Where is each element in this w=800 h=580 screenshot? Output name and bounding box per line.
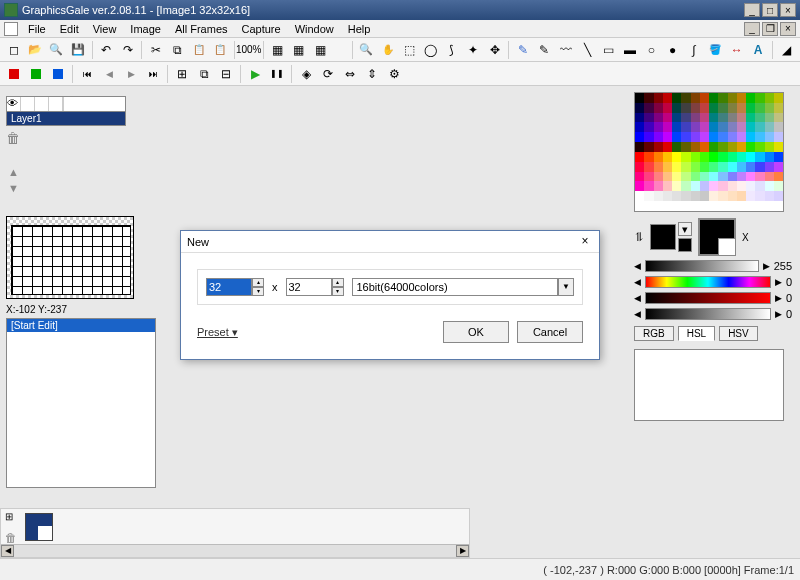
palette-cell[interactable] — [691, 142, 700, 152]
palette-cell[interactable] — [774, 191, 783, 201]
palette-cell[interactable] — [681, 172, 690, 182]
ellipse-icon[interactable] — [642, 40, 661, 60]
mdi-minimize-button[interactable]: _ — [744, 22, 760, 36]
menu-file[interactable]: File — [22, 21, 52, 37]
palette-cell[interactable] — [681, 181, 690, 191]
pause-icon[interactable] — [267, 64, 287, 84]
frame-scrollbar[interactable]: ◀ ▶ — [1, 544, 469, 557]
layer-down-icon[interactable]: ▼ — [8, 182, 19, 194]
layer-vis-icon[interactable]: 👁 — [7, 97, 21, 111]
palette-cell[interactable] — [644, 172, 653, 182]
palette-cell[interactable] — [718, 113, 727, 123]
palette-cell[interactable] — [709, 103, 718, 113]
palette-cell[interactable] — [728, 191, 737, 201]
palette-cell[interactable] — [663, 122, 672, 132]
palette-cell[interactable] — [728, 93, 737, 103]
palette-cell[interactable] — [718, 103, 727, 113]
palette-cell[interactable] — [672, 113, 681, 123]
palette-cell[interactable] — [755, 172, 764, 182]
palette-cell[interactable] — [718, 172, 727, 182]
chevron-down-icon[interactable]: ▼ — [558, 278, 574, 296]
palette-cell[interactable] — [728, 113, 737, 123]
tile-icon[interactable] — [310, 40, 329, 60]
lum-left-icon[interactable]: ◀ — [634, 309, 641, 319]
palette-cell[interactable] — [700, 152, 709, 162]
palette-cell[interactable] — [737, 132, 746, 142]
palette-cell[interactable] — [672, 132, 681, 142]
palette-cell[interactable] — [737, 152, 746, 162]
palette-cell[interactable] — [765, 103, 774, 113]
width-down-icon[interactable]: ▾ — [252, 287, 264, 296]
palette-cell[interactable] — [663, 201, 672, 211]
palette-cell[interactable] — [681, 132, 690, 142]
palette-cell[interactable] — [718, 132, 727, 142]
palette-cell[interactable] — [765, 162, 774, 172]
palette-cell[interactable] — [746, 201, 755, 211]
scroll-left-icon[interactable]: ◀ — [1, 545, 14, 557]
palette-cell[interactable] — [774, 172, 783, 182]
palette-cell[interactable] — [774, 103, 783, 113]
palette-cell[interactable] — [663, 103, 672, 113]
frame-props2-icon[interactable] — [26, 64, 46, 84]
palette-cell[interactable] — [765, 191, 774, 201]
palette-cell[interactable] — [700, 172, 709, 182]
paste-special-icon[interactable] — [210, 40, 229, 60]
preview-canvas[interactable] — [11, 225, 131, 295]
palette-cell[interactable] — [644, 93, 653, 103]
palette-cell[interactable] — [746, 132, 755, 142]
lum-right-icon[interactable]: ▶ — [775, 309, 782, 319]
palette-cell[interactable] — [755, 122, 764, 132]
connected-line-icon[interactable]: 〰 — [556, 40, 575, 60]
palette-cell[interactable] — [691, 181, 700, 191]
palette-cell[interactable] — [672, 122, 681, 132]
palette-cell[interactable] — [635, 201, 644, 211]
del-frame-icon[interactable]: ⊟ — [216, 64, 236, 84]
palette-cell[interactable] — [709, 142, 718, 152]
ok-button[interactable]: OK — [443, 321, 509, 343]
palette-cell[interactable] — [746, 103, 755, 113]
palette-cell[interactable] — [681, 93, 690, 103]
palette-cell[interactable] — [755, 152, 764, 162]
palette-cell[interactable] — [654, 152, 663, 162]
sat-right-icon[interactable]: ▶ — [775, 293, 782, 303]
fg-dropdown[interactable]: ▾ — [678, 222, 692, 236]
lasso-select-icon[interactable]: ⟆ — [442, 40, 461, 60]
palette-cell[interactable] — [691, 122, 700, 132]
palette-cell[interactable] — [765, 152, 774, 162]
swatch-library[interactable] — [634, 349, 784, 421]
spline-icon[interactable]: ∫ — [684, 40, 703, 60]
cut-icon[interactable] — [146, 40, 165, 60]
height-up-icon[interactable]: ▴ — [332, 278, 344, 287]
palette-cell[interactable] — [681, 201, 690, 211]
palette-cell[interactable] — [765, 93, 774, 103]
frame-header-icon[interactable]: ⊞ — [5, 511, 13, 522]
history-item[interactable]: [Start Edit] — [7, 319, 155, 332]
palette-cell[interactable] — [700, 93, 709, 103]
palette-cell[interactable] — [709, 152, 718, 162]
lum-slider[interactable] — [645, 308, 771, 320]
new-icon[interactable] — [4, 40, 23, 60]
swap-colors-icon[interactable]: ⥮ — [634, 230, 644, 244]
next-frame-icon[interactable] — [121, 64, 141, 84]
palette-cell[interactable] — [709, 162, 718, 172]
palette-cell[interactable] — [746, 142, 755, 152]
palette-cell[interactable] — [755, 162, 764, 172]
palette-cell[interactable] — [746, 152, 755, 162]
palette-cell[interactable] — [755, 103, 764, 113]
hue-right-icon[interactable]: ▶ — [775, 277, 782, 287]
fg-color-swatch[interactable] — [650, 224, 676, 250]
palette-cell[interactable] — [700, 181, 709, 191]
hand-tool-icon[interactable] — [378, 40, 397, 60]
palette-cell[interactable] — [700, 132, 709, 142]
palette-cell[interactable] — [709, 172, 718, 182]
dialog-close-button[interactable]: × — [577, 234, 593, 250]
palette-cell[interactable] — [718, 122, 727, 132]
palette-cell[interactable] — [718, 191, 727, 201]
frame-props-icon[interactable] — [4, 64, 24, 84]
mirror-icon[interactable]: ⇕ — [362, 64, 382, 84]
palette-cell[interactable] — [691, 103, 700, 113]
palette-cell[interactable] — [746, 181, 755, 191]
flip-icon[interactable] — [340, 64, 360, 84]
preset-link[interactable]: Preset ▾ — [197, 326, 238, 339]
palette-cell[interactable] — [709, 122, 718, 132]
